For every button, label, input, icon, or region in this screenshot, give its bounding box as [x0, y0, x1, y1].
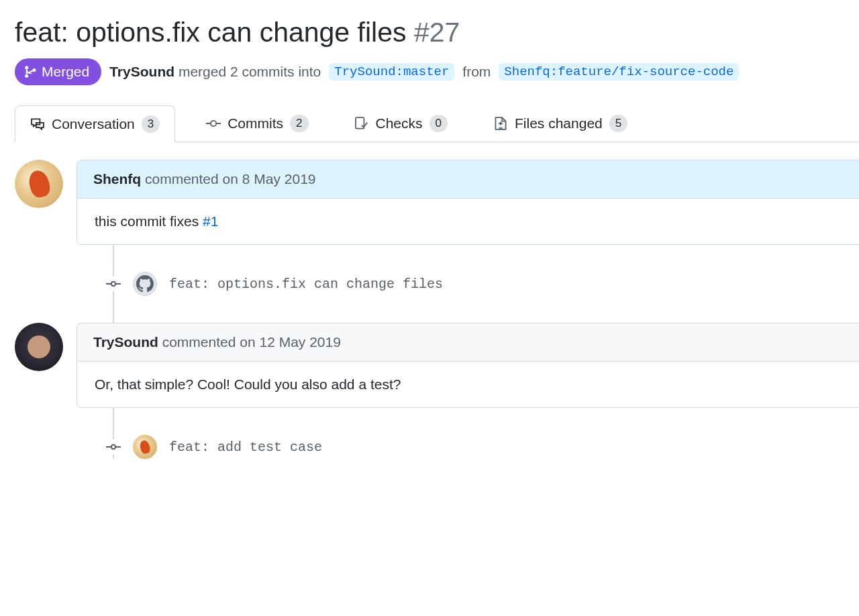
- commit-dot-icon: [106, 440, 121, 454]
- comment-block: Shenfq commented on 8 May 2019 this comm…: [15, 160, 859, 245]
- comment-verb: commented: [145, 171, 219, 187]
- from-word: from: [462, 64, 491, 80]
- comment-box: TrySound commented on 12 May 2019 Or, th…: [77, 323, 859, 408]
- state-badge-merged: Merged: [15, 58, 101, 85]
- pr-title: feat: options.fix can change files #27: [15, 16, 859, 49]
- commit-message[interactable]: feat: add test case: [169, 440, 322, 455]
- merge-summary: TrySound merged 2 commits into: [109, 64, 321, 80]
- tab-checks[interactable]: Checks 0: [340, 105, 463, 142]
- tab-checks-label: Checks: [376, 115, 423, 132]
- tab-conversation-label: Conversation: [52, 116, 135, 132]
- commit-row: feat: add test case: [15, 435, 859, 459]
- comment-text: Or, that simple? Cool! Could you also ad…: [95, 376, 401, 392]
- comment-discussion-icon: [30, 117, 45, 132]
- pr-number: #27: [414, 17, 460, 48]
- tab-commits-count: 2: [290, 115, 308, 132]
- commit-row: feat: options.fix can change files: [15, 272, 859, 296]
- comment-header: Shenfq commented on 8 May 2019: [77, 160, 859, 199]
- tab-files-changed[interactable]: Files changed 5: [478, 105, 642, 142]
- state-label: Merged: [42, 64, 89, 80]
- avatar[interactable]: [133, 272, 157, 296]
- pr-title-text: feat: options.fix can change files: [15, 17, 406, 48]
- tabs: Conversation 3 Commits 2 Checks 0 Files …: [15, 105, 859, 142]
- checklist-icon: [354, 116, 369, 131]
- pr-title-row: feat: options.fix can change files #27: [15, 16, 859, 49]
- file-diff-icon: [493, 116, 508, 131]
- comment-date[interactable]: 8 May 2019: [242, 171, 316, 187]
- avatar[interactable]: [15, 323, 63, 371]
- tab-conversation-count: 3: [142, 115, 160, 133]
- github-mark-icon: [136, 275, 154, 293]
- git-commit-icon: [206, 116, 221, 131]
- tab-files-label: Files changed: [515, 115, 603, 132]
- head-branch[interactable]: Shenfq:feature/fix-source-code: [499, 63, 739, 81]
- svg-point-2: [111, 282, 115, 286]
- comment-on-word: on: [240, 334, 255, 350]
- tab-checks-count: 0: [430, 115, 448, 132]
- issue-link[interactable]: #1: [203, 213, 218, 229]
- git-merge-icon: [24, 65, 38, 79]
- comment-text: this commit fixes: [95, 213, 203, 229]
- comment-author[interactable]: Shenfq: [93, 171, 141, 187]
- comment-author[interactable]: TrySound: [93, 334, 158, 350]
- commit-dot-icon: [106, 276, 121, 291]
- tab-conversation[interactable]: Conversation 3: [15, 105, 175, 142]
- merge-action: merged 2 commits into: [179, 64, 321, 79]
- base-branch[interactable]: TrySound:master: [329, 63, 454, 81]
- pr-meta-row: Merged TrySound merged 2 commits into Tr…: [15, 58, 859, 85]
- comment-body: Or, that simple? Cool! Could you also ad…: [77, 362, 859, 407]
- comment-block: TrySound commented on 12 May 2019 Or, th…: [15, 323, 859, 408]
- tab-commits[interactable]: Commits 2: [191, 105, 323, 142]
- comment-on-word: on: [223, 171, 238, 187]
- comment-verb: commented: [162, 334, 236, 350]
- comment-box: Shenfq commented on 8 May 2019 this comm…: [77, 160, 859, 245]
- avatar[interactable]: [15, 160, 63, 208]
- svg-point-3: [111, 445, 115, 449]
- tab-commits-label: Commits: [228, 115, 283, 132]
- comment-body: this commit fixes #1: [77, 199, 859, 244]
- svg-point-0: [211, 121, 216, 126]
- timeline: Shenfq commented on 8 May 2019 this comm…: [15, 160, 859, 459]
- tab-files-count: 5: [609, 115, 627, 132]
- commit-message[interactable]: feat: options.fix can change files: [169, 276, 443, 292]
- comment-header: TrySound commented on 12 May 2019: [77, 323, 859, 362]
- comment-date[interactable]: 12 May 2019: [259, 334, 340, 350]
- avatar[interactable]: [133, 435, 157, 459]
- merge-actor[interactable]: TrySound: [109, 64, 174, 79]
